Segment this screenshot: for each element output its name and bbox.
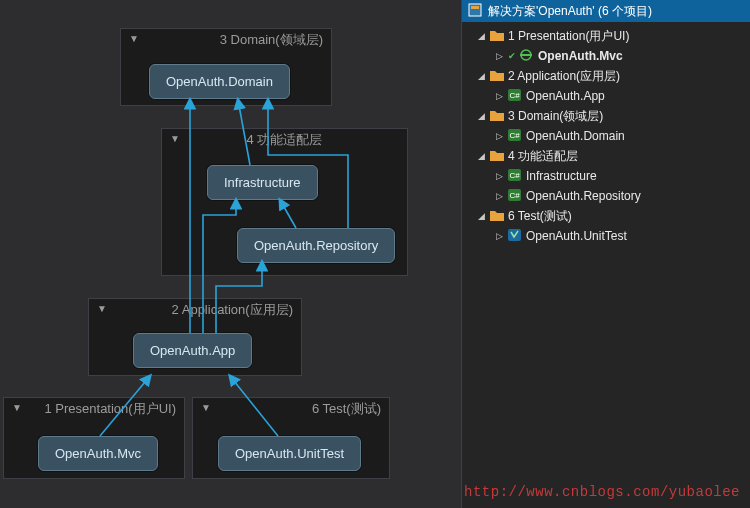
group-title: 2 Application(应用层) (172, 301, 293, 319)
twisty-expanded-icon[interactable]: ◢ (476, 31, 486, 41)
twisty-collapsed-icon[interactable]: ▷ (494, 231, 504, 241)
tree-project-mvc[interactable]: ▷ ✔ OpenAuth.Mvc (464, 46, 748, 66)
tree-project-domain[interactable]: ▷ C# OpenAuth.Domain (464, 126, 748, 146)
startup-icon: ✔ (508, 51, 516, 61)
chevron-down-icon[interactable]: ▼ (127, 31, 141, 46)
tree-project-infrastructure[interactable]: ▷ C# Infrastructure (464, 166, 748, 186)
tree-folder-presentation[interactable]: ◢ 1 Presentation(用户UI) (464, 26, 748, 46)
twisty-collapsed-icon[interactable]: ▷ (494, 91, 504, 101)
node-label: OpenAuth.UnitTest (235, 446, 344, 461)
chevron-down-icon[interactable]: ▼ (168, 131, 182, 146)
solution-icon (468, 3, 482, 20)
group-title: 1 Presentation(用户UI) (45, 400, 177, 418)
tree-label: OpenAuth.Domain (526, 129, 625, 143)
solution-explorer[interactable]: 解决方案'OpenAuth' (6 个项目) ◢ 1 Presentation(… (461, 0, 750, 508)
dependency-diagram[interactable]: ▼ 3 Domain(领域层) OpenAuth.Domain ▼ 4 功能适配… (0, 0, 461, 508)
tree-label: Infrastructure (526, 169, 597, 183)
chevron-down-icon[interactable]: ▼ (199, 400, 213, 415)
tree-project-repository[interactable]: ▷ C# OpenAuth.Repository (464, 186, 748, 206)
node-infrastructure[interactable]: Infrastructure (207, 165, 318, 200)
group-title: 4 功能适配层 (247, 131, 323, 149)
node-openauth-repository[interactable]: OpenAuth.Repository (237, 228, 395, 263)
tree-label: OpenAuth.Mvc (538, 49, 623, 63)
folder-icon (490, 149, 504, 164)
tree-label: OpenAuth.App (526, 89, 605, 103)
node-label: OpenAuth.Mvc (55, 446, 141, 461)
web-project-icon (520, 49, 534, 64)
node-openauth-domain[interactable]: OpenAuth.Domain (149, 64, 290, 99)
csharp-project-icon: C# (508, 89, 522, 104)
tree-label: 6 Test(测试) (508, 208, 572, 225)
csharp-project-icon: C# (508, 189, 522, 204)
csharp-project-icon: C# (508, 129, 522, 144)
svg-text:C#: C# (509, 131, 520, 140)
csharp-project-icon: C# (508, 169, 522, 184)
tree-folder-application[interactable]: ◢ 2 Application(应用层) (464, 66, 748, 86)
svg-text:C#: C# (509, 191, 520, 200)
chevron-down-icon[interactable]: ▼ (10, 400, 24, 415)
twisty-collapsed-icon[interactable]: ▷ (494, 171, 504, 181)
node-openauth-unittest[interactable]: OpenAuth.UnitTest (218, 436, 361, 471)
node-openauth-app[interactable]: OpenAuth.App (133, 333, 252, 368)
node-openauth-mvc[interactable]: OpenAuth.Mvc (38, 436, 158, 471)
tree-label: 3 Domain(领域层) (508, 108, 603, 125)
twisty-expanded-icon[interactable]: ◢ (476, 71, 486, 81)
solution-title: 解决方案'OpenAuth' (6 个项目) (488, 3, 652, 20)
tree-label: 4 功能适配层 (508, 148, 578, 165)
tree-folder-test[interactable]: ◢ 6 Test(测试) (464, 206, 748, 226)
solution-header[interactable]: 解决方案'OpenAuth' (6 个项目) (462, 0, 750, 22)
chevron-down-icon[interactable]: ▼ (95, 301, 109, 316)
tree-folder-domain[interactable]: ◢ 3 Domain(领域层) (464, 106, 748, 126)
twisty-collapsed-icon[interactable]: ▷ (494, 131, 504, 141)
svg-text:C#: C# (509, 171, 520, 180)
solution-tree[interactable]: ◢ 1 Presentation(用户UI) ▷ ✔ OpenAuth.Mvc … (462, 22, 750, 250)
twisty-expanded-icon[interactable]: ◢ (476, 111, 486, 121)
tree-project-unittest[interactable]: ▷ OpenAuth.UnitTest (464, 226, 748, 246)
folder-icon (490, 109, 504, 124)
folder-icon (490, 29, 504, 44)
tree-folder-adapter[interactable]: ◢ 4 功能适配层 (464, 146, 748, 166)
tree-label: 1 Presentation(用户UI) (508, 28, 629, 45)
twisty-collapsed-icon[interactable]: ▷ (494, 51, 504, 61)
group-title: 6 Test(测试) (312, 400, 381, 418)
tree-project-app[interactable]: ▷ C# OpenAuth.App (464, 86, 748, 106)
svg-rect-6 (471, 6, 479, 9)
test-project-icon (508, 229, 522, 244)
node-label: OpenAuth.Domain (166, 74, 273, 89)
node-label: OpenAuth.Repository (254, 238, 378, 253)
twisty-expanded-icon[interactable]: ◢ (476, 151, 486, 161)
folder-icon (490, 209, 504, 224)
folder-icon (490, 69, 504, 84)
tree-label: OpenAuth.Repository (526, 189, 641, 203)
node-label: Infrastructure (224, 175, 301, 190)
svg-text:C#: C# (509, 91, 520, 100)
group-title: 3 Domain(领域层) (220, 31, 323, 49)
tree-label: 2 Application(应用层) (508, 68, 620, 85)
twisty-expanded-icon[interactable]: ◢ (476, 211, 486, 221)
svg-rect-5 (469, 4, 481, 16)
node-label: OpenAuth.App (150, 343, 235, 358)
twisty-collapsed-icon[interactable]: ▷ (494, 191, 504, 201)
svg-rect-8 (520, 54, 532, 56)
watermark-url: http://www.cnblogs.com/yubaolee (464, 484, 740, 500)
tree-label: OpenAuth.UnitTest (526, 229, 627, 243)
